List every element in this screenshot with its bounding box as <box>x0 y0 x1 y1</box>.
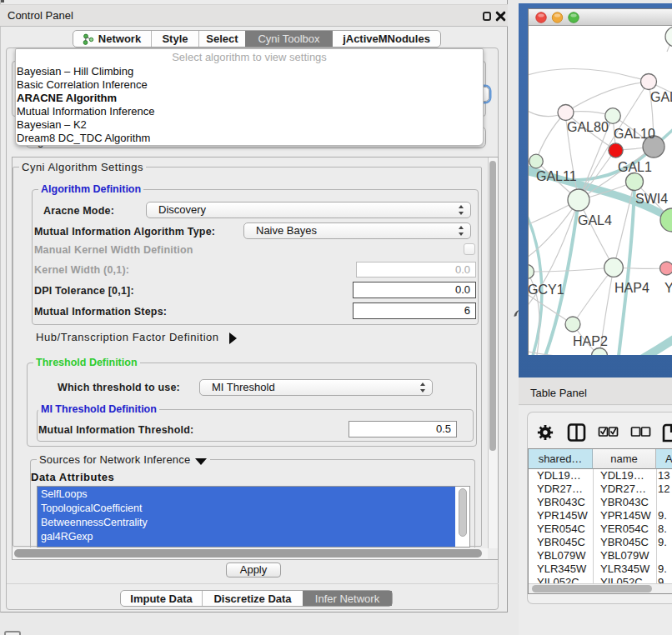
svg-text:SWI4: SWI4 <box>635 192 668 206</box>
svg-text:GAL10: GAL10 <box>614 127 655 141</box>
svg-text:YEL: YEL <box>664 281 672 295</box>
svg-text:HAP4: HAP4 <box>614 281 649 295</box>
svg-text:GAL80: GAL80 <box>567 120 609 134</box>
svg-text:GAL1: GAL1 <box>618 160 652 174</box>
svg-text:HAP2: HAP2 <box>573 334 608 348</box>
svg-text:GAL11: GAL11 <box>536 169 577 183</box>
svg-text:GAL4: GAL4 <box>578 213 612 228</box>
svg-text:GCY1: GCY1 <box>529 282 564 297</box>
svg-text:GAL2: GAL2 <box>650 90 672 104</box>
